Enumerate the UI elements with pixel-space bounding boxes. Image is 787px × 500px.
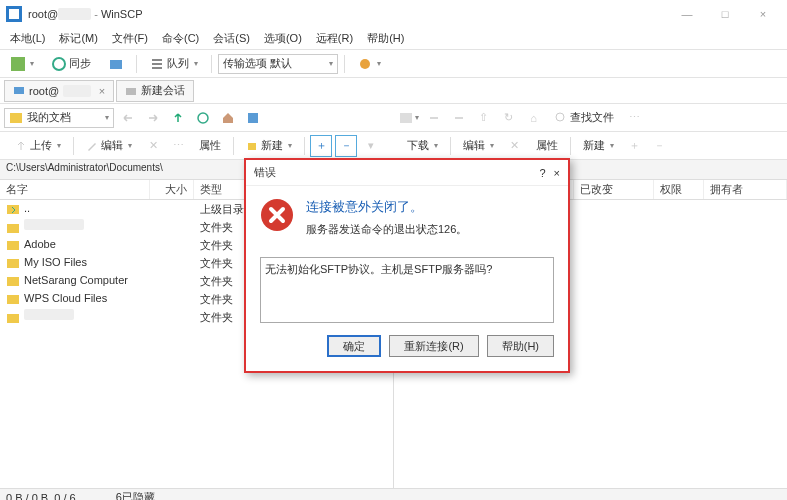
- new-local-button[interactable]: 新建▾: [239, 135, 299, 157]
- ok-button[interactable]: 确定: [327, 335, 381, 357]
- new-tab-icon: [125, 85, 137, 97]
- menu-options[interactable]: 选项(O): [258, 29, 308, 48]
- documents-icon: [9, 111, 23, 125]
- svg-rect-18: [7, 224, 19, 233]
- props-remote-button[interactable]: 属性: [529, 135, 565, 157]
- status-bar: 0 B / 0 B, 0 / 6 6已隐藏: [0, 488, 787, 500]
- remote-home-button[interactable]: ⌂: [523, 107, 545, 129]
- maximize-button[interactable]: □: [707, 2, 743, 26]
- new-remote-button[interactable]: 新建▾: [576, 135, 621, 157]
- svg-rect-16: [248, 143, 256, 150]
- tab-close-icon[interactable]: ×: [99, 85, 105, 97]
- remote-refresh-button[interactable]: ↻: [498, 107, 520, 129]
- action-toolbar: 上传▾ 编辑▾ ✕ ⋯ 属性 新建▾ ＋ － ▾ 下载▾ 编辑▾ ✕ 属性 新建…: [0, 132, 787, 160]
- remote-extra-button[interactable]: ⋯: [624, 107, 646, 129]
- menu-help[interactable]: 帮助(H): [361, 29, 410, 48]
- menu-mark[interactable]: 标记(M): [53, 29, 104, 48]
- svg-rect-14: [400, 113, 412, 123]
- sync-button[interactable]: 同步: [45, 53, 98, 75]
- navigation-bar: 我的文档▾ ▾ ⇧ ↻ ⌂ 查找文件 ⋯: [0, 104, 787, 132]
- svg-rect-6: [152, 63, 162, 65]
- svg-rect-22: [7, 295, 19, 304]
- plus-remote-button[interactable]: ＋: [624, 135, 646, 157]
- extra-local-button[interactable]: ▾: [360, 135, 382, 157]
- status-selection: 0 B / 0 B, 0 / 6: [6, 492, 76, 501]
- svg-rect-21: [7, 277, 19, 286]
- status-hidden: 6已隐藏: [116, 490, 155, 500]
- svg-rect-7: [152, 67, 162, 69]
- local-up-button[interactable]: [167, 107, 189, 129]
- svg-rect-9: [14, 87, 24, 94]
- window-title: root@xxxxxx - WinSCP: [28, 8, 669, 20]
- session-tabs: root@xxxxx × 新建会话: [0, 78, 787, 104]
- title-bar: root@xxxxxx - WinSCP — □ ×: [0, 0, 787, 28]
- local-bookmark-button[interactable]: [242, 107, 264, 129]
- svg-rect-4: [110, 60, 122, 69]
- remote-drive-button[interactable]: ▾: [398, 107, 420, 129]
- tab-session[interactable]: root@xxxxx ×: [4, 80, 114, 102]
- menu-bar: 本地(L) 标记(M) 文件(F) 命令(C) 会话(S) 选项(O) 远程(R…: [0, 28, 787, 50]
- edit-remote-button[interactable]: 编辑▾: [456, 135, 501, 157]
- download-button[interactable]: 下载▾: [400, 135, 445, 157]
- minus-button[interactable]: －: [335, 135, 357, 157]
- menu-local[interactable]: 本地(L): [4, 29, 51, 48]
- local-refresh-button[interactable]: [192, 107, 214, 129]
- transfer-settings-combo[interactable]: 传输选项 默认▾: [218, 54, 338, 74]
- remote-back-button[interactable]: [423, 107, 445, 129]
- close-button[interactable]: ×: [745, 2, 781, 26]
- svg-point-8: [360, 59, 370, 69]
- menu-file[interactable]: 文件(F): [106, 29, 154, 48]
- plus-button[interactable]: ＋: [310, 135, 332, 157]
- remote-find-button[interactable]: 查找文件: [548, 107, 621, 129]
- help-button[interactable]: 帮助(H): [487, 335, 554, 357]
- svg-rect-1: [9, 9, 19, 19]
- tab-new-session[interactable]: 新建会话: [116, 80, 194, 102]
- svg-point-12: [198, 113, 208, 123]
- props-local-button[interactable]: 属性: [192, 135, 228, 157]
- dialog-detail-text[interactable]: [260, 257, 554, 323]
- svg-rect-20: [7, 259, 19, 268]
- local-home-button[interactable]: [217, 107, 239, 129]
- misc-local-button[interactable]: ⋯: [167, 135, 189, 157]
- local-back-button[interactable]: [117, 107, 139, 129]
- browse-button[interactable]: [102, 53, 130, 75]
- minimize-button[interactable]: —: [669, 2, 705, 26]
- menu-remote[interactable]: 远程(R): [310, 29, 359, 48]
- svg-point-3: [53, 58, 65, 70]
- svg-rect-23: [7, 314, 19, 323]
- reconnect-button[interactable]: 重新连接(R): [389, 335, 478, 357]
- dialog-heading: 连接被意外关闭了。: [306, 198, 554, 216]
- remote-forward-button[interactable]: [448, 107, 470, 129]
- upload-button[interactable]: 上传▾: [8, 135, 68, 157]
- delete-remote-button[interactable]: ✕: [504, 135, 526, 157]
- app-icon: [6, 6, 22, 22]
- dialog-close-icon[interactable]: ×: [554, 167, 560, 179]
- menu-session[interactable]: 会话(S): [207, 29, 256, 48]
- local-drive-combo[interactable]: 我的文档▾: [4, 108, 114, 128]
- svg-rect-10: [126, 88, 136, 95]
- edit-button[interactable]: 编辑▾: [79, 135, 139, 157]
- dialog-title: 错误: [254, 165, 539, 180]
- svg-rect-13: [248, 113, 258, 123]
- dialog-subtext: 服务器发送命令的退出状态126。: [306, 222, 554, 237]
- computer-icon: [13, 85, 25, 97]
- error-icon: [260, 198, 294, 232]
- settings-button[interactable]: ▾: [351, 53, 388, 75]
- dialog-help-icon[interactable]: ?: [539, 167, 545, 179]
- minus-remote-button[interactable]: －: [649, 135, 671, 157]
- menu-command[interactable]: 命令(C): [156, 29, 205, 48]
- address-button[interactable]: ▾: [4, 53, 41, 75]
- error-dialog: 错误 ? × 连接被意外关闭了。 服务器发送命令的退出状态126。 确定 重新连…: [244, 158, 570, 373]
- svg-rect-19: [7, 241, 19, 250]
- svg-point-15: [556, 113, 564, 121]
- remote-up-button[interactable]: ⇧: [473, 107, 495, 129]
- local-forward-button[interactable]: [142, 107, 164, 129]
- svg-rect-2: [11, 57, 25, 71]
- delete-local-button[interactable]: ✕: [142, 135, 164, 157]
- queue-button[interactable]: 队列▾: [143, 53, 205, 75]
- svg-rect-5: [152, 59, 162, 61]
- svg-rect-11: [10, 113, 22, 123]
- main-toolbar: ▾ 同步 队列▾ 传输选项 默认▾ ▾: [0, 50, 787, 78]
- dialog-titlebar: 错误 ? ×: [246, 160, 568, 186]
